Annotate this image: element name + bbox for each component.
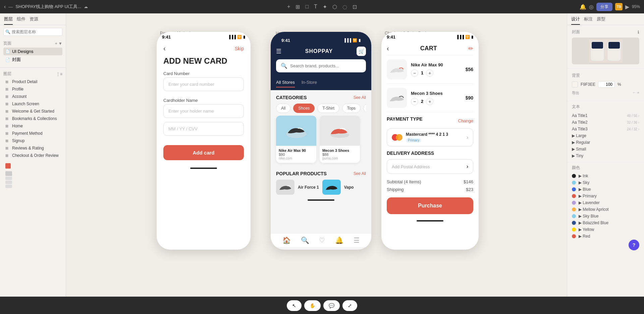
payment-back-btn[interactable]: ‹ — [163, 45, 166, 52]
home-nav-search[interactable]: 🔍 — [301, 236, 309, 244]
svg-rect-6 — [608, 42, 620, 49]
text-large[interactable]: ▶ Large — [572, 132, 639, 139]
home-nav-wishlist[interactable]: ♡ — [319, 236, 325, 244]
layer-checkout[interactable]: ⊞ Checkout & Order Review — [3, 152, 62, 159]
text-tool[interactable]: T — [313, 2, 319, 11]
layer-home[interactable]: ⊞ Home — [3, 122, 62, 130]
text-title2[interactable]: Aa Title2 32 / 36 › — [572, 119, 639, 126]
color-sky[interactable]: ▶ Sky — [572, 179, 639, 186]
mask-tool[interactable]: ◌ — [341, 2, 348, 11]
tab-design[interactable]: 设计 — [571, 16, 580, 25]
home-menu-icon[interactable]: ☰ — [276, 48, 281, 55]
hand-tool-btn[interactable]: ✋ — [304, 300, 321, 311]
cut-tool[interactable]: ⊡ — [351, 2, 358, 11]
card-number-input[interactable]: Enter your card number — [163, 77, 244, 91]
bg-color-swatch[interactable] — [572, 81, 578, 87]
layer-payment[interactable]: ⊞ Payment Method — [3, 130, 62, 137]
home-nav-notification[interactable]: 🔔 — [335, 236, 343, 244]
text-regular[interactable]: ▶ Regular — [572, 139, 639, 146]
chip-all[interactable]: All — [276, 104, 290, 113]
notification-icon[interactable]: 🔔 — [580, 4, 586, 10]
pen-tool[interactable]: ✦ — [321, 2, 328, 11]
home-cart-icon[interactable]: 🛒 — [357, 47, 366, 56]
tab-assets[interactable]: 资源 — [30, 16, 38, 25]
cover-label: 封面 — [572, 29, 580, 35]
add-tool[interactable]: + — [286, 2, 291, 11]
holder-input[interactable]: Enter your holder name — [163, 104, 244, 118]
chip-shoes[interactable]: Shoes — [293, 104, 315, 113]
search-input[interactable] — [3, 28, 62, 36]
chip-tops[interactable]: Tops — [342, 104, 361, 113]
expand-tool-btn[interactable]: ⤢ — [342, 300, 357, 311]
add-card-btn[interactable]: Add card — [163, 145, 244, 160]
change-payment-btn[interactable]: Change — [458, 118, 473, 123]
chip-kids[interactable]: Kids — [363, 104, 366, 113]
color-sky-blue[interactable]: ▶ Sky Blue — [572, 213, 639, 219]
frame-tool[interactable]: ⊞ — [294, 2, 301, 11]
payment-skip-btn[interactable]: Skip — [235, 46, 244, 51]
home-nav-menu[interactable]: ☰ — [354, 236, 360, 244]
layer-welcome[interactable]: ⊞ Welcome & Get Started — [3, 108, 62, 115]
page-item-cover[interactable]: 📄 封面 — [3, 55, 62, 64]
text-small[interactable]: ▶ Small — [572, 146, 639, 152]
comment-tool-btn[interactable]: 💬 — [323, 300, 340, 311]
color-lavender[interactable]: ▶ Lavender — [572, 199, 639, 206]
color-red[interactable]: ▶ Red — [572, 233, 639, 240]
tab-components[interactable]: 组件 — [17, 16, 25, 25]
layer-launch[interactable]: ⊞ Launch Screen — [3, 100, 62, 108]
qty-plus-1[interactable]: + — [426, 69, 433, 77]
component-tool[interactable]: ⬡ — [331, 2, 338, 11]
tab-layers[interactable]: 图层 — [4, 16, 13, 25]
qty-minus-2[interactable]: − — [411, 98, 418, 105]
layer-profile[interactable]: ⊞ Profile — [3, 85, 62, 93]
color-ink[interactable]: ▶ Ink — [572, 173, 639, 179]
back-icon[interactable]: ‹ — [4, 4, 6, 10]
color-bdazzled[interactable]: ▶ Bdazzled Blue — [572, 219, 639, 226]
tab-in-store[interactable]: In-Store — [302, 80, 317, 87]
search-global-icon[interactable]: ◎ — [589, 4, 594, 10]
product-card-nike[interactable]: Nike Air Max 90 $90 nike.com — [276, 116, 316, 163]
categories-see-all[interactable]: See All — [354, 95, 366, 100]
product-card-mecon[interactable]: Mecon 3 Shoes $88 puma.com — [320, 116, 360, 163]
text-tiny[interactable]: ▶ Tiny — [572, 152, 639, 159]
close-icon[interactable]: — — [8, 4, 13, 9]
add-page-icon[interactable]: + ▼ — [55, 41, 62, 46]
checkout-back-btn[interactable]: ‹ — [387, 45, 389, 52]
layer-product-detail[interactable]: ⊞ Product Detail — [3, 78, 62, 85]
layer-bookmarks[interactable]: ⊞ Bookmarks & Collections — [3, 115, 62, 122]
play-icon[interactable]: ▶ — [625, 4, 629, 10]
colors-section: 颜色 ▶ Ink ▶ Sky ▶ Blue ▶ Primary ▶ Lavend… — [567, 162, 644, 242]
help-button[interactable]: ? — [629, 240, 639, 250]
qty-minus-1[interactable]: − — [411, 69, 418, 77]
export-icons[interactable]: ← + — [633, 90, 639, 96]
qty-plus-2[interactable]: + — [426, 98, 433, 105]
home-search-input[interactable] — [290, 63, 361, 68]
layer-account[interactable]: ⊞ Account — [3, 93, 62, 100]
popular-see-all[interactable]: See All — [354, 171, 366, 176]
purchase-btn[interactable]: Purchase — [387, 197, 473, 214]
layers-options-icon[interactable]: ⋮≡ — [56, 72, 62, 76]
color-yellow[interactable]: ▶ Yellow — [572, 226, 639, 233]
tab-all-stores[interactable]: All Stores — [276, 80, 295, 87]
tab-prototype[interactable]: 原型 — [597, 16, 605, 25]
color-blue[interactable]: ▶ Blue — [572, 186, 639, 193]
payment-row[interactable]: Mastercard **** 4 2 1 3 Primary › — [387, 128, 473, 146]
share-button[interactable]: 分享 — [596, 3, 612, 11]
shape-tool[interactable]: □ — [304, 2, 310, 11]
cart-edit-icon[interactable]: ✏ — [468, 45, 473, 52]
opacity-input[interactable] — [598, 81, 615, 88]
text-title1[interactable]: Aa Title1 48 / 56 › — [572, 112, 639, 119]
expiry-input[interactable]: MM / YY / CVV — [163, 122, 244, 136]
color-primary[interactable]: ▶ Primary — [572, 193, 639, 199]
color-mellow-apricot[interactable]: ▶ Mellow Apricot — [572, 206, 639, 213]
chip-tshirt[interactable]: T-Shirt — [317, 104, 339, 113]
cursor-tool-btn[interactable]: ↖ — [287, 300, 302, 311]
layer-reviews[interactable]: ⊞ Reviews & Rating — [3, 144, 62, 152]
home-search-bar[interactable]: 🔍 — [276, 59, 366, 72]
layer-signup[interactable]: ⊞ Signup — [3, 137, 62, 144]
home-nav-home[interactable]: 🏠 — [282, 236, 291, 244]
delivery-input[interactable]: Add Postal Address › — [387, 159, 473, 174]
text-title3[interactable]: Aa Title3 24 / 32 › — [572, 126, 639, 132]
page-item-ui-designs[interactable]: 📄 UI Designs — [3, 48, 62, 55]
tab-annotate[interactable]: 标注 — [584, 16, 593, 25]
